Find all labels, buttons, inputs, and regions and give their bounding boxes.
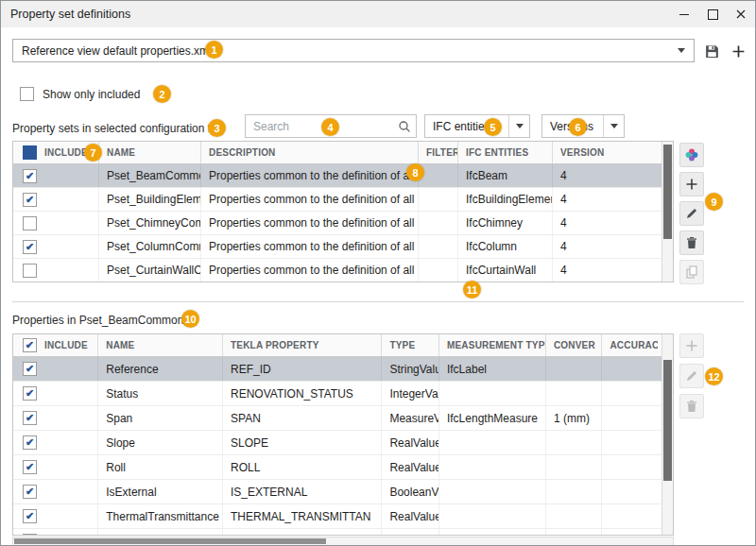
column-header-tekla-property: TEKLA PROPERTY <box>222 334 381 356</box>
cell-type: RealValueTyp <box>381 455 438 479</box>
config-file-select[interactable]: Reference view default properties.xml <box>12 39 695 62</box>
scrollbar-thumb[interactable] <box>663 145 672 239</box>
close-icon <box>736 9 746 19</box>
chevron-down-icon <box>610 124 618 128</box>
plus-icon <box>685 178 698 191</box>
cell-measurement-type <box>438 382 545 405</box>
add-config-button[interactable] <box>727 40 749 62</box>
ifc-entities-dropdown-arrow[interactable] <box>508 115 529 137</box>
cell-tekla-property: SPAN <box>222 406 381 430</box>
row-include-checkbox[interactable] <box>23 460 37 474</box>
table-row[interactable]: Slope SLOPE RealValueTyp <box>13 431 673 455</box>
cell-filter <box>418 259 457 282</box>
table-row[interactable]: Pset_BeamCommon Properties common to the… <box>13 164 673 188</box>
row-include-checkbox[interactable] <box>23 534 37 536</box>
table-row[interactable]: ThermalTransmittance THERMAL_TRANSMITTAN… <box>13 504 673 529</box>
row-include-checkbox[interactable] <box>23 485 37 499</box>
scrollbar-thumb[interactable] <box>663 360 672 481</box>
cell-filter <box>418 212 457 234</box>
horizontal-scrollbar[interactable] <box>12 537 674 546</box>
row-include-checkbox[interactable] <box>23 509 37 523</box>
cell-measurement-type: IfcLengthMeasure <box>438 406 545 430</box>
delete-property-button[interactable] <box>679 394 704 418</box>
annotation-badge-11: 11 <box>463 281 481 299</box>
column-header-label: INCLUDE <box>44 340 88 350</box>
cell-version: 4 <box>552 188 626 211</box>
add-property-button[interactable] <box>679 333 704 358</box>
table-row[interactable]: Pset_BuildingElement Properties common t… <box>13 188 673 212</box>
select-all-checkbox[interactable] <box>23 338 37 352</box>
cell-include <box>13 212 98 234</box>
annotation-badge-10: 10 <box>181 310 199 328</box>
column-header-accuracy: ACCURACY <box>601 334 658 356</box>
row-include-checkbox[interactable] <box>23 240 37 254</box>
vertical-scrollbar[interactable] <box>662 142 673 282</box>
table-row[interactable]: Status RENOVATION_STATUS IntegerValue <box>13 382 673 406</box>
row-include-checkbox[interactable] <box>23 216 37 230</box>
save-config-button[interactable] <box>700 40 723 62</box>
show-only-included-row: Show only included <box>20 87 140 101</box>
row-include-checkbox[interactable] <box>23 193 37 207</box>
close-button[interactable] <box>727 1 755 27</box>
cell-tekla-property: IS_EXTERNAL <box>222 480 381 503</box>
row-include-checkbox[interactable] <box>23 169 37 183</box>
scrollbar-thumb[interactable] <box>14 538 326 544</box>
delete-pset-button[interactable] <box>679 230 704 255</box>
cell-type: BooleanValu <box>381 480 438 503</box>
table-row[interactable]: Pset_ChimneyCommo Properties common to t… <box>13 212 673 235</box>
cell-description: Properties common to the definition of a… <box>200 235 418 258</box>
ifc-entities-filter[interactable]: IFC entities <box>424 114 530 138</box>
minimize-button[interactable] <box>670 1 698 27</box>
maximize-button[interactable] <box>698 1 727 27</box>
add-pset-button[interactable] <box>679 172 704 196</box>
edit-pset-button[interactable] <box>679 201 704 226</box>
annotation-badge-3: 3 <box>208 119 226 137</box>
cell-measurement-type <box>438 455 545 479</box>
annotation-badge-6: 6 <box>569 118 587 136</box>
row-include-checkbox[interactable] <box>23 435 37 450</box>
save-icon <box>704 43 720 60</box>
cell-include <box>13 382 97 405</box>
titlebar[interactable]: Property set definitions <box>1 1 755 27</box>
cell-type: BooleanValu <box>381 529 438 536</box>
cell-accuracy <box>601 504 658 528</box>
cell-version: 4 <box>552 212 626 234</box>
cell-include <box>13 455 97 479</box>
copy-pset-button[interactable] <box>679 260 704 284</box>
versions-dropdown-arrow[interactable] <box>603 115 624 137</box>
cell-measurement-type <box>438 431 545 454</box>
cell-conversion <box>545 455 602 479</box>
cell-measurement-type <box>438 504 545 528</box>
search-icon <box>393 120 416 133</box>
row-include-checkbox[interactable] <box>23 411 37 425</box>
color-wheel-icon <box>684 147 699 162</box>
column-header-name: NAME <box>97 334 222 356</box>
table-row[interactable]: LoadBearing LOAD_BEARING BooleanValu <box>13 529 673 536</box>
cell-name: Roll <box>97 455 222 479</box>
table-row[interactable]: Reference REF_ID StringValueT IfcLabel <box>13 357 673 382</box>
table-row[interactable]: Pset_ColumnCommo Properties common to th… <box>13 235 673 259</box>
cell-include <box>13 357 97 381</box>
table-row[interactable]: Pset_CurtainWallCom Properties common to… <box>13 259 673 282</box>
cell-name: Pset_ChimneyCommo <box>98 212 200 234</box>
row-include-checkbox[interactable] <box>23 264 37 278</box>
search-input[interactable] <box>246 120 393 133</box>
pset-color-tool-button[interactable] <box>679 143 704 167</box>
table-row[interactable]: Span SPAN MeasureValu IfcLengthMeasure 1… <box>13 406 673 431</box>
maximize-icon <box>708 9 718 20</box>
table-row[interactable]: Roll ROLL RealValueTyp <box>13 455 673 480</box>
cell-name: Pset_CurtainWallCom <box>98 259 200 282</box>
annotation-badge-1: 1 <box>205 41 223 59</box>
edit-property-button[interactable] <box>679 364 704 388</box>
row-include-checkbox[interactable] <box>23 386 37 401</box>
table-row[interactable]: IsExternal IS_EXTERNAL BooleanValu <box>13 480 673 504</box>
section-divider[interactable] <box>12 301 744 302</box>
vertical-scrollbar[interactable] <box>662 334 673 535</box>
row-include-checkbox[interactable] <box>23 362 37 376</box>
column-header-label: INCLUDE <box>44 147 88 158</box>
cell-description: Properties common to the definition of a… <box>200 188 418 211</box>
cell-conversion <box>545 382 602 405</box>
select-all-checkbox[interactable] <box>23 145 37 160</box>
cell-tekla-property: LOAD_BEARING <box>222 529 381 536</box>
show-only-included-checkbox[interactable] <box>20 87 34 101</box>
